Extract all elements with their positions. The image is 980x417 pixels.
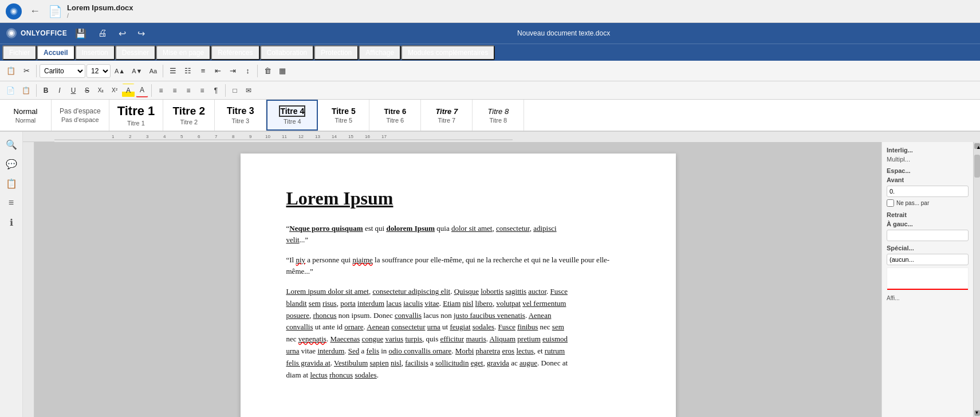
toolbar-row1: 📋 ✂ Carlito 12 A▲ A▼ Aa ☰ ☷ ≡ ⇤ ⇥ ↕ 🗑 ▦ [0, 61, 980, 81]
highlight-btn[interactable]: A [122, 84, 135, 97]
border-btn[interactable]: □ [229, 84, 241, 97]
menu-modules[interactable]: Modules complémentaires [401, 45, 495, 60]
copy-style-btn[interactable]: 📄 [3, 84, 18, 97]
document-quote2: “Il niy a personne qui niaime la souffra… [286, 254, 636, 277]
line-spacing-btn[interactable]: ↕ [241, 64, 254, 78]
subscript-btn[interactable]: X₂ [95, 84, 107, 97]
svg-text:14: 14 [332, 134, 337, 139]
scroll-thumb[interactable] [974, 155, 980, 178]
doc-area-wrapper: Lorem Ipsum “Neque porro quisquam est qu… [23, 142, 980, 417]
menu-accueil[interactable]: Accueil [37, 45, 75, 60]
copy-format-btn[interactable]: 📋 [3, 64, 18, 78]
style-pas-espace[interactable]: Pas d'espace Pas d'espace [52, 100, 109, 131]
toolbar-sep-2 [163, 65, 163, 77]
right-panel: Interlig... Multipl... Espac... Avant Ne… [881, 142, 973, 417]
avant-input[interactable] [887, 186, 969, 197]
style-titre6[interactable]: Titre 6 Titre 6 [369, 100, 421, 131]
sidebar-comment-icon[interactable]: 💬 [3, 156, 19, 172]
indent-decrease-btn[interactable]: ⇤ [211, 64, 225, 78]
toolbar2-sep-1 [36, 84, 37, 97]
main-area: 🔍 💬 📋 ≡ ℹ 123 456 789 101112 131415 1617 [0, 132, 980, 417]
special-label: Spécial... [887, 245, 969, 251]
ne-pas-label: Ne pas... par [896, 200, 929, 206]
scroll-up-arrow[interactable]: ▲ [974, 143, 980, 149]
font-name-select[interactable]: Carlito [40, 64, 85, 78]
sidebar-search-icon[interactable]: 🔍 [3, 136, 19, 152]
style-titre8[interactable]: Titre 8 Titre 8 [473, 100, 524, 131]
font-color-btn[interactable]: A [136, 84, 148, 97]
svg-text:8: 8 [232, 134, 235, 139]
undo-button[interactable]: ↩ [115, 27, 129, 40]
left-sidebar: 🔍 💬 📋 ≡ ℹ [0, 132, 23, 417]
superscript-btn[interactable]: X² [108, 84, 121, 97]
cut-btn[interactable]: ✂ [19, 64, 33, 78]
retrait-label: Retrait [887, 211, 969, 218]
print-button[interactable]: 🖨 [95, 27, 111, 40]
svg-text:11: 11 [282, 134, 287, 139]
svg-text:1: 1 [112, 134, 115, 139]
document-body: Lorem ipsum dolor sit amet, consectetur … [286, 286, 636, 381]
underline-button[interactable]: U [67, 84, 80, 97]
align-right-btn[interactable]: ≡ [182, 84, 195, 97]
svg-text:15: 15 [348, 134, 353, 139]
back-button[interactable]: ← [26, 4, 44, 18]
document-path: / [67, 12, 133, 19]
italic-button[interactable]: I [53, 84, 66, 97]
menu-collaboration[interactable]: Collaboration [260, 45, 314, 60]
style-titre7[interactable]: Titre 7 Titre 7 [421, 100, 473, 131]
menu-protection[interactable]: Protection [314, 45, 359, 60]
top-bar: ONLYOFFICE 💾 🖨 ↩ ↪ Nouveau document text… [0, 23, 980, 44]
content-area: 123 456 789 101112 131415 1617 Lorem Ips… [23, 132, 980, 417]
align-left-btn[interactable]: ≡ [155, 84, 167, 97]
toolbar-sep-3 [257, 65, 258, 77]
svg-text:5: 5 [180, 134, 183, 139]
style-titre2[interactable]: Titre 2 Titre 2 [163, 100, 215, 131]
ne-pas-checkbox[interactable] [887, 199, 894, 207]
svg-text:4: 4 [163, 134, 166, 139]
menu-references[interactable]: Références [211, 45, 259, 60]
bullet-list-btn[interactable]: ☰ [166, 64, 180, 78]
paste-btn[interactable]: 📋 [19, 84, 33, 97]
num-list-btn[interactable]: ☷ [181, 64, 195, 78]
strikethrough-button[interactable]: S [81, 84, 93, 97]
align-justify-btn[interactable]: ≡ [196, 84, 208, 97]
scroll-down-arrow[interactable]: ▼ [974, 410, 980, 416]
menu-affichage[interactable]: Affichage [359, 45, 401, 60]
sidebar-clipboard-icon[interactable]: 📋 [3, 175, 19, 191]
multilevel-list-btn[interactable]: ≡ [196, 64, 210, 78]
style-titre4[interactable]: Titre 4 Titre 4 [266, 100, 318, 131]
font-size-select[interactable]: 12 [86, 64, 111, 78]
redo-button[interactable]: ↪ [134, 27, 148, 40]
font-case-btn[interactable]: Aa [146, 64, 160, 78]
document-scroll-area[interactable]: Lorem Ipsum “Neque porro quisquam est qu… [34, 142, 881, 417]
menu-mise-en-page[interactable]: Mise en page [156, 45, 211, 60]
font-size-up-btn[interactable]: A▲ [112, 64, 128, 78]
shading-btn[interactable]: ▦ [275, 64, 289, 78]
doc-type-icon: 📄 [48, 5, 62, 18]
menu-dessiner[interactable]: Dessiner [115, 45, 156, 60]
document-heading: Lorem Ipsum [286, 188, 636, 209]
save-button[interactable]: 💾 [72, 27, 90, 40]
style-titre1[interactable]: Titre 1 Titre 1 [109, 100, 164, 131]
bold-button[interactable]: B [40, 84, 52, 97]
interlig-label: Interlig... [887, 147, 969, 154]
retrait-gauche-input[interactable] [887, 230, 969, 241]
sidebar-list-icon[interactable]: ≡ [3, 195, 19, 211]
pilcrow-btn[interactable]: ¶ [210, 84, 222, 97]
style-titre3[interactable]: Titre 3 Titre 3 [215, 100, 266, 131]
special-input[interactable] [887, 254, 969, 265]
ruler-vertical [23, 142, 34, 417]
style-titre5[interactable]: Titre 5 Titre 5 [318, 100, 369, 131]
document-title: Lorem Ipsum.docx [67, 3, 133, 12]
sidebar-info-icon[interactable]: ℹ [3, 214, 19, 230]
menu-insertion[interactable]: Insertion [75, 45, 115, 60]
clear-format-btn[interactable]: 🗑 [261, 64, 274, 78]
svg-text:12: 12 [298, 134, 304, 139]
menu-fichier[interactable]: Fichier [2, 45, 37, 60]
vertical-scrollbar[interactable]: ▲ ▼ [973, 142, 980, 417]
font-size-down-btn[interactable]: A▼ [129, 64, 145, 78]
style-normal[interactable]: Normal Normal [0, 100, 52, 131]
indent-increase-btn[interactable]: ⇥ [226, 64, 239, 78]
mail-merge-btn[interactable]: ✉ [242, 84, 255, 97]
align-center-btn[interactable]: ≡ [168, 84, 181, 97]
